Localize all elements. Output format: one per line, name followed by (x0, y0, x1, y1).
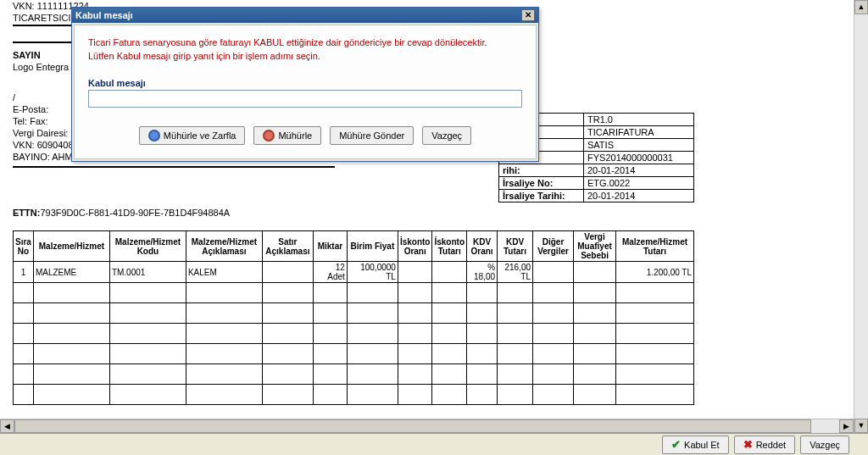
table-cell (467, 303, 498, 324)
table-cell (498, 344, 533, 364)
scroll-right-icon[interactable]: ▶ (839, 419, 854, 433)
col-header: KDVOranı (467, 231, 498, 262)
x-icon: ✖ (743, 439, 753, 450)
dialog-msg-2: Lütfen Kabul mesajı girip yanıt için bir… (88, 51, 522, 61)
table-cell (347, 283, 398, 303)
table-cell (498, 303, 533, 324)
reddet-button[interactable]: ✖ Reddet (734, 436, 795, 454)
table-cell (467, 364, 498, 385)
meta-label: İrsaliye Tarihi: (499, 190, 584, 203)
meta-value: FYS2014000000031 (584, 152, 694, 164)
table-cell (347, 324, 398, 344)
table-cell (533, 324, 574, 344)
seal-icon (148, 130, 160, 141)
table-cell (33, 364, 109, 385)
table-cell (186, 283, 262, 303)
muhurle-button[interactable]: Mühürle (253, 126, 321, 145)
vazgec-bottom-button[interactable]: Vazgeç (800, 436, 849, 454)
table-cell (616, 283, 694, 303)
check-icon: ✔ (671, 439, 681, 450)
table-cell (467, 324, 498, 344)
col-header: VergiMuafiyetSebebi (574, 231, 616, 262)
table-cell (14, 283, 34, 303)
table-cell (262, 344, 313, 364)
table-cell (313, 324, 347, 344)
dialog-titlebar[interactable]: Kabul mesajı ✕ (72, 8, 538, 23)
table-cell (313, 283, 347, 303)
table-cell: 216,00TL (498, 262, 533, 283)
table-cell (347, 364, 398, 385)
table-cell (398, 324, 432, 344)
scroll-thumb[interactable] (14, 419, 811, 433)
table-cell (533, 344, 574, 364)
table-row (14, 324, 694, 344)
col-header: Miktar (313, 231, 347, 262)
kabul-et-button[interactable]: ✔ Kabul Et (662, 436, 729, 454)
table-cell (262, 364, 313, 385)
table-cell: MALZEME (33, 262, 109, 283)
table-cell (432, 303, 467, 324)
col-header: İskontoOranı (398, 231, 432, 262)
meta-row: İrsaliye No:ETG.0022 (499, 177, 694, 190)
meta-label: İrsaliye No: (499, 177, 584, 190)
vazgec-button[interactable]: Vazgeç (422, 126, 471, 145)
scroll-up-icon[interactable]: ▲ (854, 0, 868, 14)
table-cell (109, 364, 186, 385)
table-cell (616, 385, 694, 405)
table-cell (432, 283, 467, 303)
btn-label: Vazgeç (810, 440, 840, 450)
table-cell (533, 303, 574, 324)
table-cell: TM.0001 (109, 262, 186, 283)
table-row (14, 303, 694, 324)
table-cell (398, 283, 432, 303)
table-cell (262, 385, 313, 405)
table-cell (14, 364, 34, 385)
btn-label: Vazgeç (431, 130, 462, 141)
items-table: SıraNoMalzeme/HizmetMalzeme/HizmetKoduMa… (13, 230, 694, 405)
table-cell (186, 303, 262, 324)
horizontal-scrollbar[interactable]: ◀ ▶ (0, 419, 854, 433)
close-icon[interactable]: ✕ (521, 9, 535, 21)
table-cell (186, 344, 262, 364)
dialog-msg-1: Ticari Fatura senaryosuna göre faturayı … (88, 37, 522, 47)
kabul-mesaji-dialog: Kabul mesajı ✕ Ticari Fatura senaryosuna… (71, 7, 539, 162)
table-cell (432, 344, 467, 364)
table-cell (432, 262, 467, 283)
table-cell: 1 (14, 262, 34, 283)
table-row (14, 344, 694, 364)
scroll-down-icon[interactable]: ▼ (854, 419, 868, 433)
vertical-scrollbar[interactable]: ▲ ▼ (854, 0, 868, 433)
table-row: 1MALZEMETM.0001KALEM12Adet100,0000 TL%18… (14, 262, 694, 283)
table-cell (574, 364, 616, 385)
col-header: Birim Fiyat (347, 231, 398, 262)
table-cell (398, 364, 432, 385)
ettn-label: ETTN: (13, 208, 40, 218)
table-cell (574, 262, 616, 283)
table-cell (109, 303, 186, 324)
muhurle-zarfla-button[interactable]: Mühürle ve Zarfla (139, 126, 246, 145)
table-cell (109, 344, 186, 364)
table-cell (398, 303, 432, 324)
ettn-value: 793F9D0C-F881-41D9-90FE-7B1D4F94884A (40, 208, 230, 218)
table-cell (109, 385, 186, 405)
table-cell (14, 303, 34, 324)
table-cell (432, 324, 467, 344)
table-cell (186, 364, 262, 385)
btn-label: Mühürle (278, 130, 312, 141)
kabul-mesaji-input[interactable] (88, 90, 522, 108)
bottom-toolbar: ✔ Kabul Et ✖ Reddet Vazgeç (0, 433, 868, 455)
meta-value: ETG.0022 (584, 177, 694, 190)
table-cell (33, 303, 109, 324)
table-cell (574, 344, 616, 364)
meta-value: SATIS (584, 139, 694, 152)
table-cell: %18,00 (467, 262, 498, 283)
table-row (14, 385, 694, 405)
table-cell (574, 324, 616, 344)
meta-value: TR1.0 (584, 114, 694, 126)
muhure-gonder-button[interactable]: Mühüre Gönder (330, 126, 414, 145)
table-cell (109, 324, 186, 344)
table-cell (262, 262, 313, 283)
scroll-left-icon[interactable]: ◀ (0, 419, 14, 433)
table-cell (186, 324, 262, 344)
table-cell (467, 385, 498, 405)
